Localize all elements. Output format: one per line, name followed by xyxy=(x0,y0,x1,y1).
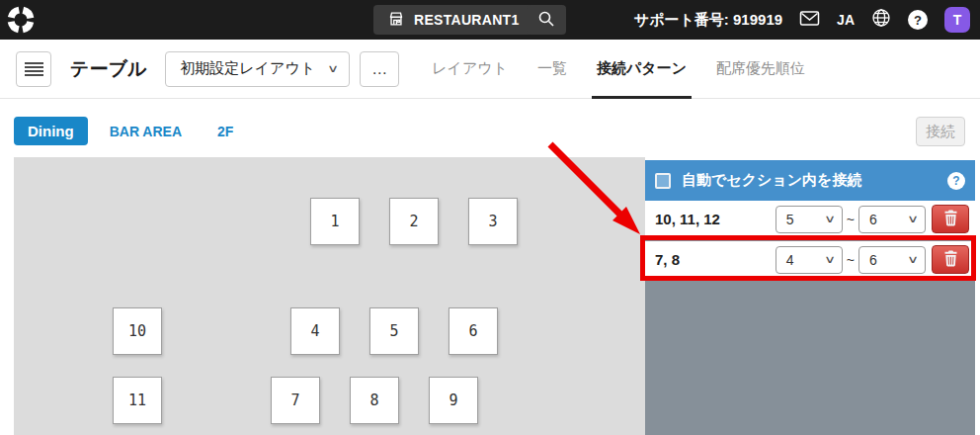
view-tab[interactable]: レイアウト xyxy=(432,40,508,99)
view-tab-label: 配席優先順位 xyxy=(716,59,805,78)
view-tab[interactable]: 接続パターン xyxy=(597,40,687,99)
restaurant-selector[interactable]: RESTAURANT1 xyxy=(373,5,533,35)
view-tab-label: 接続パターン xyxy=(597,59,687,78)
table-number: 9 xyxy=(449,392,457,409)
chevron-down-icon: ∨ xyxy=(824,213,836,225)
table-node[interactable]: 6 xyxy=(449,307,498,355)
chevron-down-icon: ∨ xyxy=(907,213,919,225)
table-number: 7 xyxy=(290,392,299,409)
section-tab-label: BAR AREA xyxy=(110,124,182,139)
toolbar: テーブル 初期設定レイアウト ∨ … レイアウト 一覧 接続パターン 配席優 xyxy=(0,40,980,99)
min-covers-select[interactable]: 5 ∨ xyxy=(776,206,843,233)
layout-dropdown[interactable]: 初期設定レイアウト ∨ xyxy=(165,51,350,87)
table-node[interactable]: 11 xyxy=(113,377,162,424)
max-covers-value: 6 xyxy=(869,252,877,268)
table-node[interactable]: 5 xyxy=(369,307,419,355)
table-node[interactable]: 9 xyxy=(429,377,478,424)
restaurant-name: RESTAURANT1 xyxy=(414,12,520,28)
table-number: 10 xyxy=(128,322,146,340)
panel-header: 自動でセクション内を接続 ? xyxy=(645,160,975,201)
user-avatar[interactable]: T xyxy=(944,7,970,33)
table-node[interactable]: 10 xyxy=(113,307,162,355)
section-tabs: Dining BAR AREA 2F xyxy=(14,117,233,145)
chevron-down-icon: ∨ xyxy=(824,253,836,266)
section-tab[interactable]: Dining xyxy=(14,117,88,145)
range-separator: ~ xyxy=(847,212,855,227)
table-number: 4 xyxy=(310,322,319,340)
trash-icon xyxy=(943,210,958,229)
table-number: 3 xyxy=(488,213,497,230)
table-number: 2 xyxy=(409,213,418,230)
search-icon xyxy=(537,10,555,31)
trash-icon xyxy=(943,250,958,270)
max-covers-select[interactable]: 6 ∨ xyxy=(858,206,926,233)
section-tab[interactable]: 2F xyxy=(217,124,233,139)
connection-panel: 自動でセクション内を接続 ? 10, 11, 12 5 ∨ ~ 6 ∨ xyxy=(645,160,975,435)
table-number: 1 xyxy=(330,213,339,230)
table-node[interactable]: 2 xyxy=(389,198,439,245)
table-number: 8 xyxy=(369,392,378,409)
floor-canvas[interactable]: 1 2 3 10 4 5 6 xyxy=(14,157,645,435)
search-button[interactable] xyxy=(527,5,566,35)
max-covers-select[interactable]: 6 ∨ xyxy=(858,246,926,274)
hamburger-icon xyxy=(25,62,43,76)
max-covers-value: 6 xyxy=(869,212,877,227)
table-number: 11 xyxy=(128,392,146,409)
table-number: 6 xyxy=(468,322,477,340)
support-number: サポート番号: 919919 xyxy=(634,11,782,30)
layout-dropdown-value: 初期設定レイアウト xyxy=(180,59,315,78)
language-label[interactable]: JA xyxy=(837,12,855,28)
delete-row-button[interactable] xyxy=(932,205,969,233)
section-tab-label: 2F xyxy=(217,124,233,139)
topbar-right-group: サポート番号: 919919 JA ? T xyxy=(634,0,970,40)
auto-connect-checkbox[interactable] xyxy=(655,173,671,189)
chevron-down-icon: ∨ xyxy=(327,62,339,75)
view-tab[interactable]: 配席優先順位 xyxy=(716,40,805,99)
chevron-down-icon: ∨ xyxy=(907,253,919,266)
table-number: 5 xyxy=(389,322,398,340)
delete-row-button[interactable] xyxy=(932,245,969,274)
min-covers-value: 4 xyxy=(786,252,794,268)
min-covers-select[interactable]: 4 ∨ xyxy=(776,246,843,274)
panel-title: 自動でセクション内を接続 xyxy=(682,171,947,190)
table-node[interactable]: 4 xyxy=(290,307,340,355)
table-settings-page: RESTAURANT1 サポート番号: 919919 JA xyxy=(0,0,980,435)
section-tab[interactable]: BAR AREA xyxy=(110,124,182,139)
mail-icon[interactable] xyxy=(799,10,820,31)
more-options-button[interactable]: … xyxy=(360,51,399,87)
page-title: テーブル xyxy=(70,56,146,82)
view-tabs: レイアウト 一覧 接続パターン 配席優先順位 xyxy=(432,40,805,99)
app-logo-icon[interactable] xyxy=(6,5,36,35)
min-covers-value: 5 xyxy=(786,212,794,227)
topbar: RESTAURANT1 サポート番号: 919919 JA xyxy=(0,0,980,40)
section-row: Dining BAR AREA 2F 接続 xyxy=(0,99,980,157)
connection-row: 7, 8 4 ∨ ~ 6 ∨ xyxy=(645,241,975,278)
table-node[interactable]: 3 xyxy=(468,198,518,245)
section-tab-label: Dining xyxy=(28,123,74,139)
view-tab-label: レイアウト xyxy=(432,59,508,78)
storefront-icon xyxy=(387,10,405,31)
view-tab-label: 一覧 xyxy=(537,59,567,78)
view-tab[interactable]: 一覧 xyxy=(537,40,567,99)
range-separator: ~ xyxy=(847,252,855,268)
connection-tables-label: 10, 11, 12 xyxy=(651,211,776,227)
menu-button[interactable] xyxy=(16,51,51,87)
table-node[interactable]: 8 xyxy=(350,377,399,424)
connection-row: 10, 11, 12 5 ∨ ~ 6 ∨ xyxy=(645,201,975,237)
connection-tables-label: 7, 8 xyxy=(651,251,776,268)
panel-help-icon[interactable]: ? xyxy=(947,172,965,190)
globe-icon[interactable] xyxy=(871,8,891,32)
help-icon[interactable]: ? xyxy=(908,10,928,30)
connect-button[interactable]: 接続 xyxy=(916,117,965,146)
table-node[interactable]: 1 xyxy=(310,198,360,245)
table-node[interactable]: 7 xyxy=(271,377,320,424)
